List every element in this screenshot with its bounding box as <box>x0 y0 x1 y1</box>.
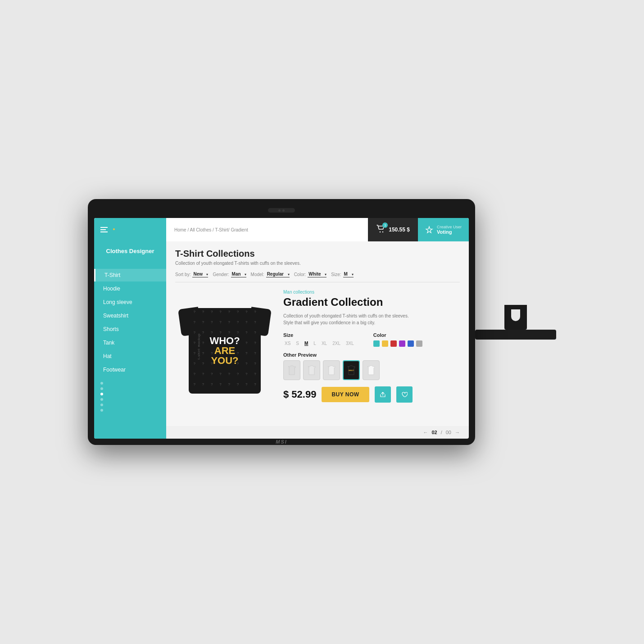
size-xs[interactable]: XS <box>283 340 292 346</box>
size-2xl[interactable]: 2XL <box>331 340 342 346</box>
vote-text-area: Creative User Voting <box>437 225 462 235</box>
pagination-current: 02 <box>431 430 437 435</box>
size-wrapper[interactable]: M ▾ <box>343 271 354 277</box>
preview-thumb-2[interactable] <box>303 360 320 380</box>
color-label: Color <box>373 332 422 338</box>
share-button[interactable] <box>375 386 391 403</box>
preview-thumb-3[interactable] <box>323 360 340 380</box>
monitor-outer: Home / All Clothes / T-Shirt/ Gradient 3… <box>88 199 475 445</box>
sidebar-pagination-dots <box>100 382 103 412</box>
gender-label: Gender: <box>213 272 229 277</box>
product-details: Man collections Gradient Collection Coll… <box>283 290 460 403</box>
product-description: Collection of youth elongated T-shirts w… <box>283 313 460 326</box>
color-swatch-blue[interactable] <box>408 340 414 347</box>
stand-base <box>475 330 556 340</box>
color-swatch-teal[interactable] <box>373 340 380 347</box>
color-swatch-yellow[interactable] <box>382 340 388 347</box>
header-breadcrumb-area: Home / All Clothes / T-Shirt/ Gradient <box>166 218 368 241</box>
sidebar-item-shorts[interactable]: Shorts <box>94 323 166 336</box>
dot-6 <box>100 409 103 412</box>
size-filter-label: Size: <box>331 272 341 277</box>
indicator-dot <box>282 209 285 212</box>
other-preview-label: Other Preview <box>283 352 460 358</box>
color-wrapper[interactable]: White ▾ <box>308 271 327 277</box>
cart-badge: 3 <box>382 222 388 228</box>
sidebar-item-tshirt[interactable]: T-Shirt <box>94 269 166 281</box>
product-name: Gradient Collection <box>283 296 460 308</box>
wishlist-button[interactable] <box>396 386 413 403</box>
sidebar: Clothes Designer T-Shirt Hoodie Long sle… <box>94 241 166 439</box>
size-group: Size XS S M L XL 2XL 3XL <box>283 332 355 347</box>
monitor-camera-bar <box>94 205 469 215</box>
size-xl[interactable]: XL <box>320 340 328 346</box>
sidebar-item-tank[interactable]: Tank <box>94 336 166 349</box>
camera-dot <box>278 209 281 212</box>
color-swatch-gray[interactable] <box>416 340 422 347</box>
sidebar-logo: Clothes Designer <box>94 248 166 255</box>
size-color-row: Size XS S M L XL 2XL 3XL <box>283 332 460 347</box>
size-3xl[interactable]: 3XL <box>345 340 355 346</box>
tshirt-text: WHO? ARE YOU? <box>209 336 240 366</box>
size-m[interactable]: M <box>303 340 309 346</box>
cart-icon-wrap: 3 <box>376 224 385 235</box>
color-select[interactable]: White <box>308 271 327 277</box>
monitor-bottom-bar: MSI <box>94 439 469 445</box>
pagination: ← 02 / 00 → <box>166 426 469 439</box>
content-area: T-Shirt Collections Collection of youth … <box>166 241 469 426</box>
color-swatch-purple[interactable] <box>399 340 405 347</box>
gender-select[interactable]: Man <box>231 271 246 277</box>
preview-thumb-1[interactable] <box>283 360 300 380</box>
vote-area[interactable]: Creative User Voting <box>418 218 469 241</box>
hamburger-accent-dot <box>113 228 115 230</box>
gender-wrapper[interactable]: Man ▾ <box>231 271 246 277</box>
color-swatch-red[interactable] <box>390 340 397 347</box>
sort-select[interactable]: New <box>192 271 208 277</box>
size-filter: Size: M ▾ <box>331 271 353 277</box>
tshirt-mockup: ???????? ???????? ???????? ???????? ????… <box>180 295 270 398</box>
page-title: T-Shirt Collections <box>175 249 460 259</box>
sort-wrapper[interactable]: New ▾ <box>192 271 208 277</box>
tshirt-who-line: WHO? <box>209 336 240 346</box>
size-l[interactable]: L <box>312 340 317 346</box>
color-options <box>373 340 422 347</box>
dot-2 <box>100 387 103 390</box>
sidebar-item-footwear[interactable]: Footwear <box>94 363 166 376</box>
app-header: Home / All Clothes / T-Shirt/ Gradient 3… <box>94 218 469 241</box>
sidebar-item-sweatshirt[interactable]: Sweatshirt <box>94 309 166 322</box>
hamburger-menu-icon[interactable] <box>100 227 108 232</box>
size-label: Size <box>283 332 355 338</box>
preview-thumb-5[interactable] <box>363 360 380 380</box>
tshirt-you-line: YOU? <box>209 356 240 366</box>
model-filter: Model: Regular ▾ <box>251 271 290 277</box>
buy-now-button[interactable]: BUY NOW <box>322 387 369 402</box>
screen: Home / All Clothes / T-Shirt/ Gradient 3… <box>94 218 469 439</box>
sidebar-item-hoodie[interactable]: Hoodie <box>94 282 166 295</box>
dot-3 <box>100 393 103 395</box>
header-sidebar-area <box>94 218 166 241</box>
color-filter: Color: White ▾ <box>294 271 327 277</box>
preview-thumb-4[interactable]: WHO? <box>343 360 360 380</box>
share-icon <box>380 391 386 398</box>
svg-point-0 <box>380 231 381 232</box>
product-section: ???????? ???????? ???????? ???????? ????… <box>175 290 460 403</box>
product-image-area: ???????? ???????? ???????? ???????? ????… <box>175 290 274 403</box>
cart-area[interactable]: 3 150.55 $ <box>368 218 418 241</box>
vote-sublabel: Creative User <box>437 225 462 229</box>
size-select[interactable]: M <box>343 271 354 277</box>
prev-arrow[interactable]: ← <box>423 430 428 435</box>
camera-bump <box>268 208 295 213</box>
sidebar-item-hat[interactable]: Hat <box>94 350 166 363</box>
model-select[interactable]: Regular <box>266 271 290 277</box>
model-wrapper[interactable]: Regular ▾ <box>266 271 290 277</box>
sort-label: Sort by: <box>175 272 190 277</box>
page-subtitle: Collection of youth elongated T-shirts w… <box>175 261 460 266</box>
size-s[interactable]: S <box>295 340 300 346</box>
stand-neck <box>504 305 527 330</box>
sidebar-item-longsleeve[interactable]: Long sleeve <box>94 296 166 308</box>
size-options: XS S M L XL 2XL 3XL <box>283 340 355 346</box>
model-label: Model: <box>251 272 264 277</box>
next-arrow[interactable]: → <box>455 430 460 435</box>
dot-1 <box>100 382 103 385</box>
tshirt-vertical-text: t-shirt mockup <box>197 333 200 359</box>
cart-price: 150.55 $ <box>389 227 410 233</box>
